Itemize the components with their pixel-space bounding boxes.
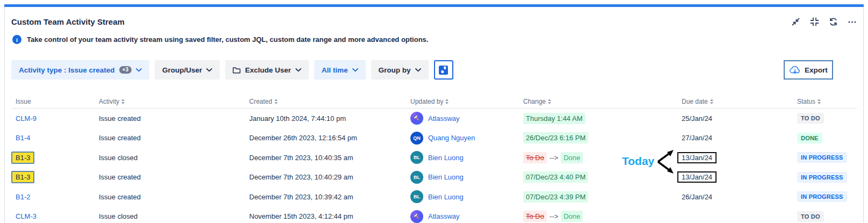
user-link[interactable]: Quang Nguyen [428,134,475,142]
sort-icon[interactable] [818,99,821,104]
table-row: B1-3 Issue created December 7th 2023, 10… [11,168,857,188]
due-date-cell: 13/Jan/24 [677,152,793,163]
updated-by-cell: Atlassway [406,210,519,223]
column-header-activity[interactable]: Activity [95,98,245,105]
folder-icon [233,67,241,74]
table-row: CLM-3 Issue closed November 15th 2023, 4… [11,207,857,223]
change-arrow: --> [549,154,558,162]
created-cell: December 26th 2023, 12:16:54 pm [245,134,406,142]
panel-header: Custom Team Activity Stream [11,15,857,28]
due-date-cell: 25/Jan/24 [677,114,793,123]
due-date-annotation-box: 13/Jan/24 [677,152,717,163]
due-date-cell: 27/Jan/24 [677,134,793,142]
activity-cell: Issue created [95,173,245,181]
due-date-cell: 13/Jan/24 [677,171,793,183]
activity-stream-panel: Custom Team Activity Stream [4,7,864,223]
column-header-created[interactable]: Created [245,98,406,105]
status-badge: TO DO [797,211,824,222]
activity-table: Issue Activity Created Updated by Change… [11,95,857,223]
created-cell: December 7th 2023, 10:39:42 am [245,193,406,201]
change-cell: To Do --> Done [519,152,677,163]
issue-link[interactable]: B1-3 [16,173,30,181]
column-header-status[interactable]: Status [793,98,857,105]
created-cell: December 7th 2023, 10:40:35 am [245,154,406,162]
change-cell: Thursday 1:44 AM [519,113,677,124]
user-link[interactable]: Atlassway [428,212,460,220]
atlassway-avatar [410,210,423,223]
save-icon [438,65,449,75]
page-title: Custom Team Activity Stream [11,17,125,26]
filter-toolbar: Activity type : Issue created +3 Group/U… [11,60,857,80]
activity-cell: Issue created [95,134,245,142]
change-arrow: --> [549,212,558,220]
column-header-due-date[interactable]: Due date [677,98,793,105]
time-range-label: All time [322,66,348,74]
change-cell: 26/Dec/23 6:16 PM [519,132,677,143]
activity-type-label: Activity type : Issue created [19,66,115,74]
user-avatar: QN [410,132,423,145]
sort-icon[interactable] [274,99,278,104]
sort-icon[interactable] [121,99,125,104]
table-header-row: Issue Activity Created Updated by Change… [11,95,857,109]
info-text: Take control of your team activity strea… [27,35,428,44]
group-user-filter[interactable]: Group/User [155,60,220,80]
due-date-annotation-box: 13/Jan/24 [677,171,717,183]
updated-by-cell: BL Bien Luong [406,171,519,184]
chevron-down-icon [136,68,142,72]
sort-icon[interactable] [548,99,551,104]
user-link[interactable]: Bien Luong [428,173,464,181]
table-row: B1-4 Issue created December 26th 2023, 1… [11,128,857,148]
table-row: B1-3 Issue closed December 7th 2023, 10:… [11,148,857,168]
refresh-icon[interactable] [829,17,838,26]
activity-type-filter[interactable]: Activity type : Issue created +3 [11,60,149,80]
table-row: B1-2 Issue created December 7th 2023, 10… [11,187,857,207]
column-header-issue: Issue [11,98,95,105]
info-icon: i [12,35,21,44]
change-cell: 07/Dec/23 4:39 PM [519,191,677,203]
activity-cell: Issue closed [95,154,245,162]
group-user-label: Group/User [162,66,202,74]
updated-by-cell: BL Bien Luong [406,151,519,164]
user-link[interactable]: Bien Luong [428,154,464,162]
chevron-down-icon [206,68,212,72]
created-cell: December 7th 2023, 10:40:29 am [245,173,406,181]
exclude-user-filter[interactable]: Exclude User [225,60,309,80]
activity-cell: Issue closed [95,212,245,220]
column-header-updated-by[interactable]: Updated by [406,98,519,105]
sort-icon[interactable] [445,99,449,104]
collapse-diagonal-icon[interactable] [791,17,800,26]
issue-link[interactable]: B1-2 [16,193,30,201]
change-from: To Do [523,211,547,222]
issue-link[interactable]: B1-4 [16,134,30,142]
group-by-filter[interactable]: Group by [371,60,429,80]
save-filter-button[interactable] [434,60,453,80]
updated-by-cell: BL Bien Luong [406,190,519,203]
chevron-down-icon [295,68,301,72]
time-range-filter[interactable]: All time [314,60,366,80]
activity-cell: Issue created [95,114,245,123]
info-banner: i Take control of your team activity str… [12,35,857,44]
export-label: Export [805,66,828,74]
status-badge: IN PROGRESS [797,191,847,202]
user-avatar: BL [410,190,423,203]
export-button[interactable]: Export [784,60,833,80]
created-cell: January 10th 2024, 7:44:10 pm [245,114,406,123]
issue-highlight: B1-3 [11,171,34,183]
user-link[interactable]: Atlassway [428,114,460,123]
chevron-down-icon [415,68,421,72]
collapse-corners-icon[interactable] [810,17,819,26]
change-to: Done [561,211,583,222]
activity-type-count-badge: +3 [119,66,132,74]
change-cell: To Do --> Done [519,211,677,222]
sort-icon[interactable] [710,99,713,104]
issue-link[interactable]: B1-3 [16,154,30,162]
change-from: To Do [523,152,547,163]
column-header-change[interactable]: Change [519,98,677,105]
change-to: Done [561,152,583,163]
user-avatar: BL [410,171,423,184]
more-icon[interactable] [848,17,857,26]
issue-link[interactable]: CLM-9 [16,114,37,123]
issue-link[interactable]: CLM-3 [16,212,37,220]
updated-by-cell: Atlassway [406,112,519,125]
user-link[interactable]: Bien Luong [428,193,464,201]
